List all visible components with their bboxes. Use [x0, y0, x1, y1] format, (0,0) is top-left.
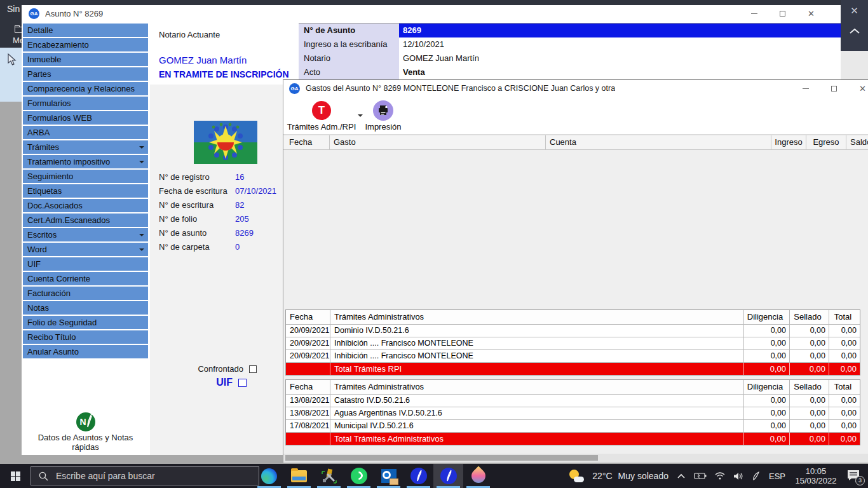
- chevron-up-icon[interactable]: [849, 28, 860, 34]
- table-row[interactable]: N° de Asunto 8269: [299, 24, 841, 37]
- asunto-details-table: N° de Asunto 8269 Ingreso a la escribaní…: [299, 23, 841, 80]
- chevron-down-icon[interactable]: [358, 114, 363, 119]
- table-row[interactable]: 20/09/2021 Inhibición .... Francisco MON…: [286, 349, 860, 362]
- minimize-button[interactable]: [791, 80, 820, 97]
- app-icon: GA: [29, 8, 39, 19]
- notification-badge: 3: [855, 476, 865, 485]
- maximize-button[interactable]: [820, 80, 848, 97]
- chevron-down-icon: [139, 161, 144, 166]
- taskbar: 22°C Muy soleado ESP 10:05 15/03/2022 3: [0, 464, 868, 488]
- sidebar-item-seguimiento[interactable]: Seguimiento: [23, 170, 148, 183]
- weather-icon[interactable]: [569, 469, 584, 483]
- sidebar-item-tramites[interactable]: Trámites: [23, 140, 148, 154]
- sidebar-item-cuenta-corriente[interactable]: Cuenta Corriente: [23, 272, 148, 285]
- column-header-saldo[interactable]: Saldo: [846, 135, 868, 149]
- column-header-egreso[interactable]: Egreso: [806, 135, 846, 149]
- confrontado-checkbox[interactable]: [249, 365, 257, 373]
- pen-icon[interactable]: [752, 471, 761, 480]
- table-row[interactable]: Notario GOMEZ Juan Martín: [299, 51, 841, 65]
- table-row[interactable]: 20/09/2021 Dominio IV.D.50.21.6 0,00 0,0…: [286, 324, 860, 337]
- search-input[interactable]: [55, 470, 233, 482]
- impresion-button[interactable]: Impresión: [364, 98, 402, 132]
- taskbar-item-edge[interactable]: [254, 464, 284, 488]
- sidebar-item-anular-asunto[interactable]: Anular Asunto: [23, 345, 148, 358]
- sidebar-item-doc-asociados[interactable]: Doc.Asociados: [23, 199, 148, 212]
- table-row[interactable]: 20/09/2021 Inhibición .... Francisco MON…: [286, 337, 860, 349]
- notario-actuante-heading: Notario Actuante: [159, 30, 220, 39]
- sidebar-item-arba[interactable]: ARBA: [23, 126, 148, 139]
- taskbar-item-tools[interactable]: [314, 464, 344, 488]
- notario-name: GOMEZ Juan Martín: [159, 55, 247, 65]
- sidebar-item-formularios-web[interactable]: Formularios WEB: [23, 111, 148, 125]
- asunto-titlebar[interactable]: GA Asunto N° 8269 ✕: [22, 5, 841, 22]
- tramites-adm-rpi-button[interactable]: T Trámites Adm./RPI: [286, 98, 357, 132]
- start-button[interactable]: [0, 464, 31, 488]
- minimize-button[interactable]: [740, 5, 768, 22]
- sidebar-item-partes[interactable]: Partes: [23, 67, 148, 81]
- sidebar-item-etiquetas[interactable]: Etiquetas: [23, 184, 148, 198]
- maximize-button[interactable]: [768, 5, 797, 22]
- taskbar-item-notary-app-active[interactable]: [433, 464, 463, 488]
- close-button[interactable]: ✕: [797, 5, 825, 22]
- sidebar-item-encabezamiento[interactable]: Encabezamiento: [23, 38, 148, 51]
- gastos-grid-header: Fecha Gasto Cuenta Ingreso Egreso Saldo: [283, 135, 868, 150]
- taskbar-item-outlook[interactable]: [374, 464, 403, 488]
- taskbar-item-whatsapp[interactable]: [344, 464, 374, 488]
- windows-logo-icon: [11, 471, 20, 481]
- close-icon[interactable]: ✕: [841, 5, 868, 17]
- sidebar-item-folio-seguridad[interactable]: Folio de Seguridad: [23, 316, 148, 329]
- weather-temp[interactable]: 22°C: [592, 471, 612, 481]
- sidebar-item-notas[interactable]: Notas: [23, 301, 148, 315]
- notification-center-button[interactable]: 3: [846, 469, 862, 483]
- speaker-icon[interactable]: [733, 472, 743, 480]
- wifi-icon[interactable]: [715, 472, 725, 480]
- quick-notes-button[interactable]: N Datos de Asuntos y Notas rápidas: [23, 412, 148, 452]
- tray-time: 10:05: [806, 466, 827, 476]
- horizontal-scrollbar[interactable]: [283, 454, 868, 462]
- quill-app-icon: [440, 468, 457, 484]
- table-row[interactable]: Ingreso a la escribanía 12/10/2021: [299, 37, 841, 51]
- taskbar-item-file-explorer[interactable]: [284, 464, 314, 488]
- scrollbar-thumb[interactable]: [285, 455, 598, 461]
- sidebar-item-cert-adm-escaneados[interactable]: Cert.Adm.Escaneados: [23, 214, 148, 227]
- sidebar-item-comparecencia[interactable]: Comparecencia y Relaciones: [23, 82, 148, 95]
- gastos-window: GA Gastos del Asunto N° 8269 MONTELEONE …: [283, 79, 868, 463]
- taskbar-search[interactable]: [31, 466, 259, 485]
- background-window-edge: [0, 0, 868, 5]
- sidebar-item-recibo-titulo[interactable]: Recibo Título: [23, 330, 148, 344]
- printer-icon: [373, 100, 393, 121]
- column-header-cuenta[interactable]: Cuenta: [546, 135, 771, 149]
- table-header-row: Fecha Trámites Administrativos Diligenci…: [286, 380, 860, 394]
- weather-condition[interactable]: Muy soleado: [618, 471, 668, 481]
- column-header-gasto[interactable]: Gasto: [330, 135, 546, 149]
- sidebar-item-facturacion[interactable]: Facturación: [23, 287, 148, 300]
- total-row: Total Trámites RPI 0,00 0,00 0,00: [286, 362, 860, 375]
- sidebar-item-word[interactable]: Word: [23, 243, 148, 256]
- clock[interactable]: 10:05 15/03/2022: [794, 466, 838, 485]
- uif-checkbox[interactable]: [238, 379, 247, 387]
- tramite-status: EN TRAMITE DE INSCRIPCIÓN: [159, 69, 289, 79]
- registro-field: N° de escritura82: [159, 198, 244, 212]
- battery-icon[interactable]: [694, 472, 707, 480]
- table-row[interactable]: Acto Venta: [299, 65, 841, 79]
- gastos-titlebar[interactable]: GA Gastos del Asunto N° 8269 MONTELEONE …: [283, 80, 868, 97]
- registro-panel: N° de registro16 Fecha de escritura07/10…: [150, 85, 283, 455]
- language-indicator[interactable]: ESP: [769, 471, 785, 481]
- table-row[interactable]: 13/08/2021 Catastro IV.D.50.21.6 0,00 0,…: [286, 394, 860, 407]
- column-header-ingreso[interactable]: Ingreso: [771, 135, 806, 149]
- column-header-fecha[interactable]: Fecha: [285, 135, 330, 149]
- sidebar-item-tratamiento-impositivo[interactable]: Tratamiento impositivo: [23, 155, 148, 168]
- close-button[interactable]: ✕: [848, 80, 868, 97]
- chevron-up-icon[interactable]: [677, 473, 686, 479]
- sidebar-item-inmueble[interactable]: Inmueble: [23, 53, 148, 66]
- sidebar-item-uif[interactable]: UIF: [23, 257, 148, 271]
- table-row[interactable]: 17/08/2021 Municipal IV.D.50.21.6 0,00 0…: [286, 419, 860, 432]
- taskbar-item-notary-app[interactable]: [403, 464, 433, 488]
- sidebar-item-detalle[interactable]: Detalle: [23, 24, 148, 37]
- search-icon: [39, 471, 48, 481]
- table-row[interactable]: 13/08/2021 Aguas Argentinas IV.D.50.21.6…: [286, 407, 860, 419]
- sidebar-item-formularios[interactable]: Formularios: [23, 97, 148, 110]
- sidebar-item-escritos[interactable]: Escritos: [23, 228, 148, 241]
- total-row: Total Trámites Administrativos 0,00 0,00…: [286, 432, 860, 445]
- taskbar-item-paint3d[interactable]: [463, 464, 493, 488]
